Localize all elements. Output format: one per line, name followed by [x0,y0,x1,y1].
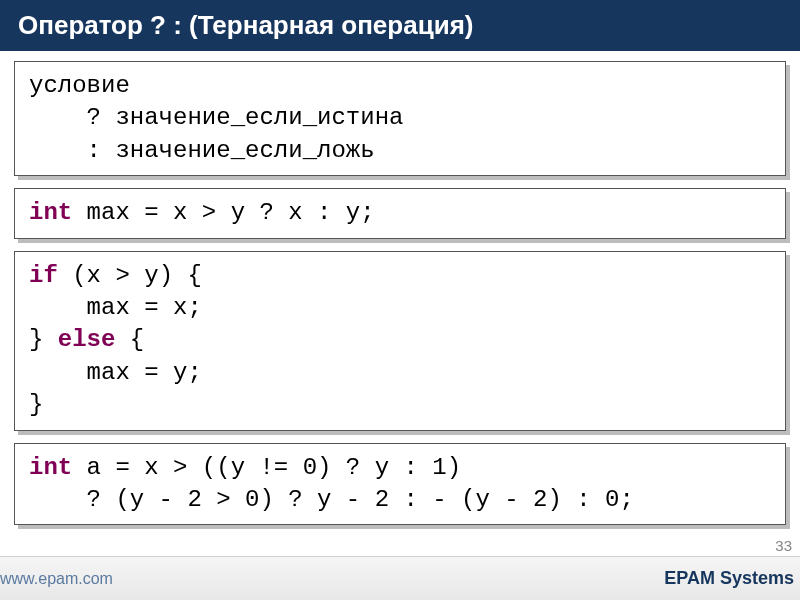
code-line: max = y; [29,359,202,386]
footer: www.epam.com EPAM Systems [0,556,800,600]
code-box-syntax: условие ? значение_если_истина : значени… [14,61,786,176]
slide: Оператор ? : (Тернарная операция) услови… [0,0,800,600]
slide-title: Оператор ? : (Тернарная операция) [0,0,800,51]
footer-brand: EPAM Systems [664,568,794,589]
code-box-ifelse: if (x > y) { max = x; } else { max = y; … [14,251,786,431]
code-keyword-else: else [58,326,116,353]
code-line: условие [29,72,130,99]
code-text: (x > y) { [58,262,202,289]
code-keyword-int: int [29,454,72,481]
code-line: } [29,391,43,418]
code-text: a = x > ((y != 0) ? y : 1) [72,454,461,481]
footer-url: www.epam.com [0,570,113,588]
code-keyword-if: if [29,262,58,289]
code-keyword-int: int [29,199,72,226]
code-line: max = x; [29,294,202,321]
code-box-ternary-example: int max = x > y ? x : y; [14,188,786,238]
code-text: { [115,326,144,353]
code-line: ? значение_если_истина [29,104,403,131]
code-text: max = x > y ? x : y; [72,199,374,226]
code-line: : значение_если_ложь [29,137,375,164]
code-text: } [29,326,58,353]
page-number: 33 [775,537,792,554]
code-box-nested-example: int a = x > ((y != 0) ? y : 1) ? (y - 2 … [14,443,786,526]
code-line: ? (y - 2 > 0) ? y - 2 : - (y - 2) : 0; [29,486,634,513]
slide-content: условие ? значение_если_истина : значени… [0,51,800,600]
